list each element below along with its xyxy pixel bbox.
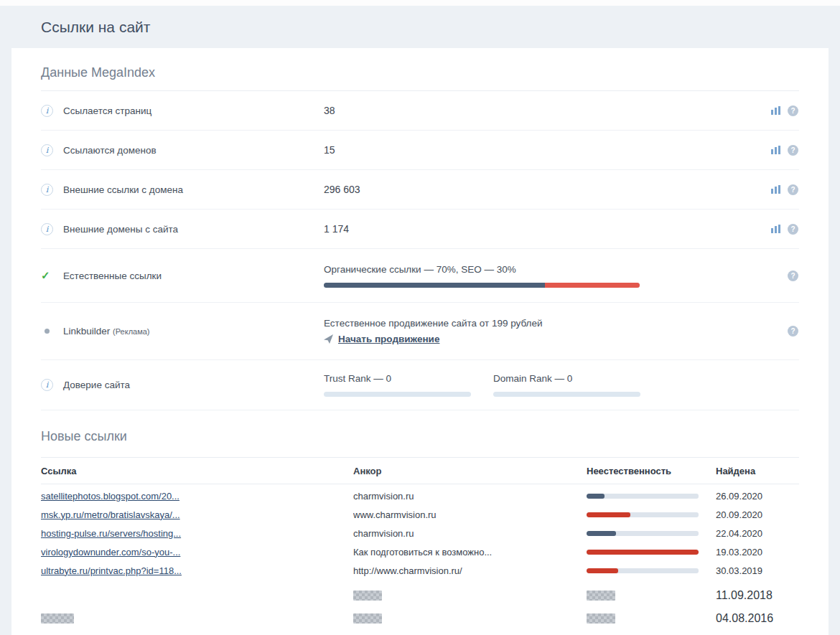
- trust-rank-bar: [324, 392, 471, 397]
- unnatural-bar: [587, 568, 699, 573]
- column-header-anchor: Анкор: [353, 466, 587, 476]
- question-icon[interactable]: ?: [788, 224, 798, 235]
- natural-links-row: ✓ Естественные ссылки Органические ссылк…: [41, 249, 799, 303]
- question-icon[interactable]: ?: [788, 184, 798, 195]
- table-row: ultrabyte.ru/printvac.php?id=118... http…: [41, 561, 799, 580]
- bar-chart-icon[interactable]: [771, 185, 781, 194]
- info-icon[interactable]: i: [41, 379, 53, 391]
- stat-value: 296 603: [324, 184, 771, 195]
- linkbuilder-row: Linkbuilder (Реклама) Естественное продв…: [41, 303, 799, 360]
- stat-label: Внешние домены с сайта: [63, 224, 324, 235]
- seo-segment: [545, 283, 640, 288]
- link-anchor: http://www.charmvision.ru/: [353, 565, 587, 576]
- natural-links-label: Естественные ссылки: [63, 271, 324, 281]
- link-url[interactable]: msk.yp.ru/metro/bratislavskaya/...: [41, 509, 180, 520]
- content-card: Данные MegaIndex i Ссылается страниц 38 …: [11, 48, 829, 635]
- link-date: 26.09.2020: [716, 491, 799, 502]
- column-header-url: Ссылка: [41, 466, 353, 476]
- stat-row-linking-pages: i Ссылается страниц 38 ?: [41, 91, 799, 131]
- link-anchor: charmvision.ru: [353, 491, 587, 502]
- bar-chart-icon[interactable]: [771, 225, 781, 233]
- link-date: 04.08.2016: [716, 612, 799, 625]
- column-header-unnatural: Неестественность: [587, 466, 716, 476]
- link-anchor: charmvision.ru: [353, 528, 587, 539]
- stat-value: 1 174: [324, 223, 771, 235]
- section-heading-new-links: Новые ссылки: [41, 410, 799, 444]
- stat-label: Ссылаются доменов: [63, 145, 324, 156]
- column-header-found: Найдена: [716, 466, 799, 476]
- natural-links-summary: Органические ссылки — 70%, SEO — 30%: [324, 264, 788, 275]
- bar-chart-icon[interactable]: [771, 106, 781, 115]
- table-row: hosting-pulse.ru/servers/hosting... char…: [41, 524, 799, 542]
- top-strip: [0, 0, 840, 6]
- section-heading-megaindex: Данные MegaIndex: [41, 48, 799, 80]
- organic-seo-bar: [324, 283, 640, 288]
- link-date: 11.09.2018: [716, 589, 799, 602]
- domain-rank-label: Domain Rank — 0: [493, 373, 640, 384]
- table-row-blurred: 04.08.2016: [41, 607, 799, 630]
- link-date: 20.09.2020: [716, 509, 799, 520]
- table-header: Ссылка Анкор Неестественность Найдена: [41, 457, 799, 484]
- unnatural-fill: [587, 512, 630, 517]
- table-row: virologydownunder.com/so-you-... Как под…: [41, 542, 799, 561]
- unnatural-fill: [587, 531, 616, 536]
- trust-rank-label: Trust Rank — 0: [324, 373, 471, 384]
- link-url[interactable]: satellitephotos.blogspot.com/20...: [41, 491, 179, 502]
- check-icon: ✓: [41, 269, 50, 282]
- linkbuilder-offer: Естественное продвижение сайта от 199 ру…: [324, 318, 788, 329]
- linkbuilder-label: Linkbuilder: [63, 326, 110, 337]
- blurred-unnatural: [587, 613, 615, 624]
- info-icon[interactable]: i: [41, 223, 53, 235]
- stat-value: 38: [324, 105, 771, 116]
- table-row-blurred: 08.12.2015: [41, 630, 799, 635]
- info-icon[interactable]: i: [41, 184, 53, 196]
- blurred-anchor: [353, 591, 382, 601]
- unnatural-fill: [587, 550, 699, 555]
- table-row: satellitephotos.blogspot.com/20... charm…: [41, 486, 799, 505]
- linkbuilder-note: (Реклама): [113, 327, 149, 336]
- new-links-table: Ссылка Анкор Неестественность Найдена sa…: [41, 457, 799, 635]
- stat-row-external-links: i Внешние ссылки с домена 296 603 ?: [41, 170, 799, 210]
- start-promotion-link[interactable]: Начать продвижение: [338, 334, 439, 344]
- stat-label: Внешние ссылки с домена: [63, 184, 324, 195]
- link-url[interactable]: ultrabyte.ru/printvac.php?id=118...: [41, 565, 182, 576]
- unnatural-bar: [587, 550, 699, 555]
- site-trust-label: Доверие сайта: [63, 380, 324, 390]
- stat-row-external-domains: i Внешние домены с сайта 1 174 ?: [41, 210, 799, 249]
- link-date: 19.03.2020: [716, 547, 799, 558]
- question-icon[interactable]: ?: [788, 105, 798, 116]
- unnatural-fill: [587, 494, 605, 499]
- unnatural-bar: [587, 512, 699, 517]
- page-header: Ссылки на сайт: [0, 6, 840, 48]
- stat-label: Ссылается страниц: [63, 105, 324, 116]
- link-anchor: Как подготовиться к возможно...: [353, 547, 587, 558]
- table-row: msk.yp.ru/metro/bratislavskaya/... www.c…: [41, 505, 799, 524]
- link-url[interactable]: virologydownunder.com/so-you-...: [41, 547, 180, 558]
- question-icon[interactable]: ?: [788, 145, 798, 156]
- link-url[interactable]: hosting-pulse.ru/servers/hosting...: [41, 528, 181, 539]
- page-title: Ссылки на сайт: [41, 19, 150, 36]
- blurred-unnatural: [587, 591, 615, 601]
- unnatural-bar: [587, 494, 699, 499]
- link-date: 22.04.2020: [716, 528, 799, 539]
- stat-row-linking-domains: i Ссылаются доменов 15 ?: [41, 131, 799, 170]
- domain-rank-bar: [493, 392, 640, 397]
- link-date: 30.03.2019: [716, 565, 799, 576]
- site-trust-row: i Доверие сайта Trust Rank — 0 Domain Ra…: [41, 360, 799, 410]
- unnatural-fill: [587, 568, 618, 573]
- info-icon[interactable]: i: [41, 105, 53, 117]
- blurred-url: [41, 613, 74, 624]
- bar-chart-icon[interactable]: [771, 146, 781, 154]
- blurred-anchor: [353, 613, 382, 624]
- question-icon[interactable]: ?: [788, 271, 798, 281]
- info-icon[interactable]: i: [41, 144, 53, 156]
- stat-value: 15: [324, 144, 771, 156]
- unnatural-bar: [587, 531, 699, 536]
- organic-segment: [324, 283, 545, 288]
- link-anchor: www.charmvision.ru: [353, 509, 587, 520]
- rocket-icon: [324, 334, 333, 344]
- table-row-blurred: 11.09.2018: [41, 584, 799, 607]
- bullet-icon: [45, 329, 50, 334]
- question-icon[interactable]: ?: [788, 326, 798, 337]
